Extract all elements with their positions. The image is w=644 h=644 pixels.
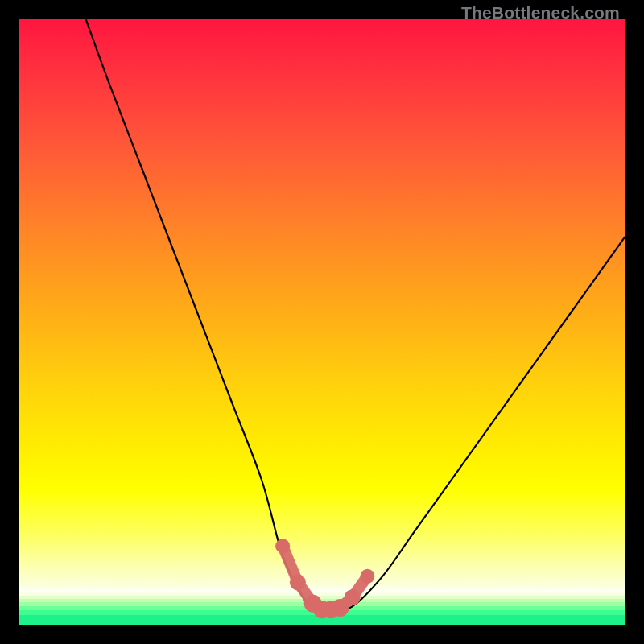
gradient-band [19, 615, 625, 625]
plot-area [19, 19, 625, 625]
chart-frame [19, 19, 625, 625]
gradient-background [19, 19, 625, 592]
